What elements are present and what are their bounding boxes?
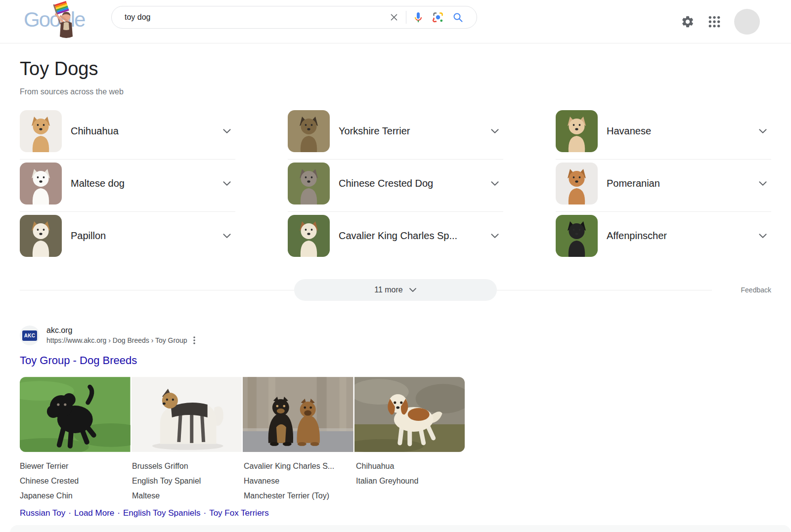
breed-list-item: Chinese Crested <box>20 474 132 489</box>
gear-icon <box>681 15 695 29</box>
breed-list-item: Japanese Chin <box>20 489 132 503</box>
breed-thumbnail <box>20 110 62 152</box>
breed-name: Chinese Crested Dog <box>339 178 482 189</box>
result-breed-lists: Biewer Terrier Chinese Crested Japanese … <box>20 459 771 503</box>
next-section-peek <box>10 525 791 532</box>
result-photo-black-dog[interactable] <box>20 377 131 452</box>
sublink-load-more[interactable]: Load More <box>74 508 114 518</box>
breed-name: Chihuahua <box>71 125 214 137</box>
breed-thumbnail <box>288 110 330 152</box>
link-separator: · <box>200 508 209 518</box>
settings-button[interactable] <box>681 15 695 29</box>
search-icon <box>452 11 464 23</box>
breed-card-chihuahua[interactable]: Chihuahua <box>20 110 235 160</box>
akc-favicon-icon: AKC <box>22 330 37 341</box>
breed-thumbnail <box>556 110 598 152</box>
breed-list-item: Chihuahua <box>356 459 418 474</box>
chevron-down-icon[interactable] <box>222 128 231 134</box>
doodle-figure-icon <box>47 1 84 41</box>
breed-card-cavalier-king-charles[interactable]: Cavalier King Charles Sp... <box>288 215 503 264</box>
apps-grid-icon <box>708 16 720 28</box>
breed-thumbnail <box>288 215 330 257</box>
voice-search-button[interactable] <box>408 7 428 27</box>
chevron-down-icon <box>409 287 417 292</box>
breed-card-affenpinscher[interactable]: Affenpinscher <box>556 215 771 264</box>
breeds-section: Toy Dogs From sources across the web Chi… <box>0 58 791 267</box>
breed-card-pomeranian[interactable]: Pomeranian <box>556 163 771 212</box>
breed-name: Pomeranian <box>607 178 749 189</box>
chevron-down-icon[interactable] <box>222 181 231 186</box>
breed-name: Yorkshire Terrier <box>339 125 482 137</box>
chevron-down-icon[interactable] <box>758 233 767 239</box>
chevron-down-icon[interactable] <box>490 181 499 186</box>
breed-thumbnail <box>556 163 598 205</box>
search-submit-button[interactable] <box>448 7 468 27</box>
more-row: 11 more Feedback <box>20 279 771 301</box>
breed-card-maltese[interactable]: Maltese dog <box>20 163 235 212</box>
breed-list-item: Havanese <box>244 474 356 489</box>
chevron-down-icon[interactable] <box>490 233 499 239</box>
result-title-link[interactable]: Toy Group - Dog Breeds <box>20 354 137 367</box>
breed-list-column: Brussels Griffon English Toy Spaniel Mal… <box>132 459 244 503</box>
microphone-icon <box>412 11 424 23</box>
sublink-russian-toy[interactable]: Russian Toy <box>20 508 65 518</box>
breed-thumbnail <box>556 215 598 257</box>
breed-thumbnail <box>20 215 62 257</box>
header: Google <box>0 0 791 43</box>
apps-menu-button[interactable] <box>708 16 720 28</box>
result-photo-biewer-terrier[interactable] <box>132 377 242 452</box>
sublink-toy-fox-terriers[interactable]: Toy Fox Terriers <box>209 508 269 518</box>
breed-name: Affenpinscher <box>607 230 749 242</box>
breed-list-item: Biewer Terrier <box>20 459 132 474</box>
result-photo-cavalier[interactable] <box>354 377 465 452</box>
header-actions <box>681 0 760 43</box>
chevron-down-icon[interactable] <box>758 128 767 134</box>
show-more-label: 11 more <box>374 286 403 294</box>
feedback-link[interactable]: Feedback <box>734 286 771 294</box>
close-icon <box>390 13 398 22</box>
breed-name: Havanese <box>607 125 749 137</box>
result-photo-brussels-griffons[interactable] <box>243 377 353 452</box>
search-input[interactable] <box>125 13 384 22</box>
result-site-row[interactable]: AKC akc.org https://www.akc.org › Dog Br… <box>20 326 771 345</box>
page-title: Toy Dogs <box>20 58 771 80</box>
site-favicon: AKC <box>20 326 40 345</box>
page-subtitle: From sources across the web <box>20 87 771 96</box>
breed-card-yorkshire-terrier[interactable]: Yorkshire Terrier <box>288 110 503 160</box>
breed-list-item: Manchester Terrier (Toy) <box>244 489 356 503</box>
chevron-down-icon[interactable] <box>222 233 231 239</box>
breed-list-column: Chihuahua Italian Greyhound <box>356 459 418 503</box>
lens-icon <box>432 11 444 23</box>
show-more-button[interactable]: 11 more <box>294 279 497 301</box>
three-dot-menu-icon <box>193 336 195 344</box>
breed-name: Maltese dog <box>71 178 214 189</box>
google-lens-button[interactable] <box>428 7 448 27</box>
breed-card-chinese-crested[interactable]: Chinese Crested Dog <box>288 163 503 212</box>
more-options-button[interactable] <box>192 335 196 345</box>
breed-thumbnail <box>288 163 330 205</box>
search-divider <box>406 11 406 24</box>
chevron-down-icon[interactable] <box>490 128 499 134</box>
breed-list-item: Maltese <box>132 489 244 503</box>
result-photo-strip <box>20 377 465 452</box>
breed-list-column: Cavalier King Charles S... Havanese Manc… <box>244 459 356 503</box>
chevron-down-icon[interactable] <box>758 181 767 186</box>
breed-card-havanese[interactable]: Havanese <box>556 110 771 160</box>
breed-list-column: Biewer Terrier Chinese Crested Japanese … <box>20 459 132 503</box>
breed-list-item: Italian Greyhound <box>356 474 418 489</box>
breeds-grid: Chihuahua Yorkshire Terrier Havanese Mal… <box>20 110 771 267</box>
breadcrumb: https://www.akc.org › Dog Breeds › Toy G… <box>46 336 187 345</box>
site-name: akc.org <box>46 326 196 335</box>
link-separator: · <box>65 508 74 518</box>
breed-name: Cavalier King Charles Sp... <box>339 230 482 242</box>
link-separator: · <box>114 508 123 518</box>
result-sublinks: Russian Toy·Load More·English Toy Spanie… <box>20 508 771 518</box>
google-logo[interactable]: Google <box>24 7 98 37</box>
search-box[interactable] <box>111 6 477 29</box>
breed-name: Papillon <box>71 230 214 242</box>
clear-search-button[interactable] <box>384 7 404 27</box>
sublink-english-toy-spaniels[interactable]: English Toy Spaniels <box>123 508 201 518</box>
breed-list-item: Cavalier King Charles S... <box>244 459 356 474</box>
account-avatar[interactable] <box>734 9 760 35</box>
breed-card-papillon[interactable]: Papillon <box>20 215 235 264</box>
